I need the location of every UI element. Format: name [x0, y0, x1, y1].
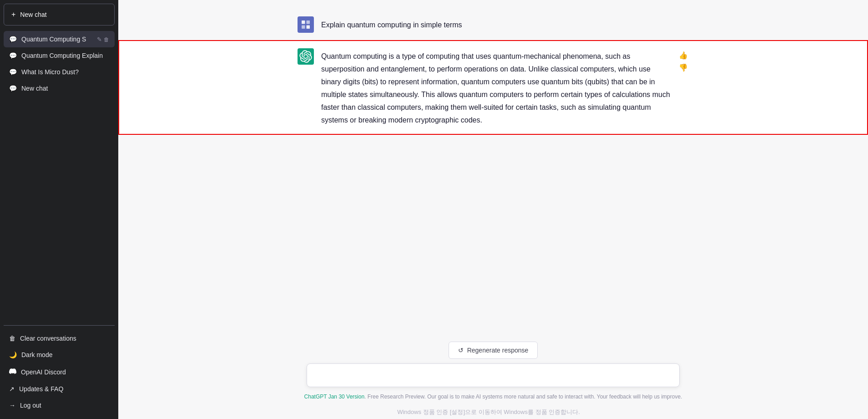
- chat-icon: [9, 52, 17, 59]
- chat-area: Explain quantum computing in simple term…: [118, 0, 868, 337]
- clear-conversations-label: Clear conversations: [20, 335, 76, 342]
- chat-bottom: Regenerate response ChatGPT Jan 30 Versi…: [118, 337, 868, 419]
- ai-message-text: Quantum computing is a type of computing…: [321, 48, 671, 127]
- logout-label: Log out: [20, 402, 41, 409]
- main-panel: Explain quantum computing in simple term…: [118, 0, 868, 419]
- regenerate-button[interactable]: Regenerate response: [449, 342, 538, 359]
- chat-icon: [9, 36, 17, 43]
- darkmode-label: Dark mode: [21, 351, 52, 358]
- delete-icon[interactable]: [104, 36, 109, 43]
- plus-icon: [11, 10, 15, 19]
- discord-icon: [9, 368, 16, 376]
- ai-message-row: Quantum computing is a type of computing…: [118, 40, 868, 135]
- sidebar-item-label: Quantum Computing S: [21, 36, 92, 43]
- sidebar-item-discord[interactable]: OpenAI Discord: [4, 363, 115, 381]
- regenerate-label: Regenerate response: [467, 347, 529, 354]
- version-link[interactable]: ChatGPT Jan 30 Version: [304, 393, 365, 400]
- user-message-row: Explain quantum computing in simple term…: [118, 9, 868, 40]
- moon-icon: 🌙: [9, 351, 17, 358]
- faq-label: Updates & FAQ: [19, 385, 63, 393]
- sidebar-item-label: What Is Micro Dust?: [21, 68, 109, 76]
- input-row: [298, 363, 689, 389]
- svg-rect-3: [302, 26, 305, 29]
- new-chat-label: New chat: [20, 11, 46, 18]
- chat-icon: [9, 68, 17, 76]
- svg-rect-4: [307, 26, 310, 29]
- user-message-text: Explain quantum computing in simple term…: [321, 16, 462, 31]
- conversations-list: Quantum Computing S Quantum Computing Ex…: [0, 29, 118, 322]
- ai-message-actions: 👍 👎: [678, 50, 689, 73]
- chat-icon: [9, 85, 17, 92]
- sidebar-item-actions: [97, 36, 109, 43]
- sidebar: New chat Quantum Computing S Quantum Com…: [0, 0, 118, 419]
- sidebar-divider: [4, 325, 115, 326]
- thumbs-up-button[interactable]: 👍: [678, 50, 689, 61]
- trash-icon: 🗑: [9, 335, 15, 342]
- windows-watermark: Windows 정품 인증 [설정]으로 이동하여 Windows를 정품 인증…: [397, 408, 589, 416]
- edit-icon[interactable]: [97, 36, 102, 43]
- sidebar-item-darkmode[interactable]: 🌙 Dark mode: [4, 347, 115, 363]
- thumbs-down-button[interactable]: 👎: [678, 62, 689, 73]
- svg-rect-2: [307, 20, 310, 24]
- sidebar-item-conv3[interactable]: What Is Micro Dust?: [4, 64, 115, 80]
- sidebar-item-conv2[interactable]: Quantum Computing Explain: [4, 47, 115, 64]
- sidebar-bottom: 🗑 Clear conversations 🌙 Dark mode OpenAI…: [0, 328, 118, 419]
- sidebar-item-logout[interactable]: → Log out: [4, 397, 115, 414]
- discord-label: OpenAI Discord: [21, 368, 66, 376]
- footer-description: . Free Research Preview. Our goal is to …: [364, 393, 682, 400]
- sidebar-item-label: New chat: [21, 85, 109, 92]
- sidebar-item-conv4[interactable]: New chat: [4, 80, 115, 97]
- footer-text: ChatGPT Jan 30 Version. Free Research Pr…: [304, 393, 682, 404]
- sidebar-item-label: Quantum Computing Explain: [21, 52, 109, 59]
- chat-input[interactable]: [307, 363, 680, 387]
- user-message-inner: Explain quantum computing in simple term…: [298, 16, 689, 33]
- sidebar-item-clear[interactable]: 🗑 Clear conversations: [4, 330, 115, 347]
- regenerate-icon: [458, 347, 464, 354]
- ai-avatar: [298, 48, 314, 65]
- svg-rect-1: [302, 20, 305, 24]
- sidebar-item-conv1[interactable]: Quantum Computing S: [4, 31, 115, 47]
- external-link-icon: ↗: [9, 385, 15, 393]
- user-avatar: [298, 16, 314, 33]
- new-chat-button[interactable]: New chat: [4, 4, 115, 26]
- sidebar-item-faq[interactable]: ↗ Updates & FAQ: [4, 381, 115, 397]
- logout-icon: →: [9, 402, 15, 409]
- ai-message-inner: Quantum computing is a type of computing…: [298, 48, 689, 127]
